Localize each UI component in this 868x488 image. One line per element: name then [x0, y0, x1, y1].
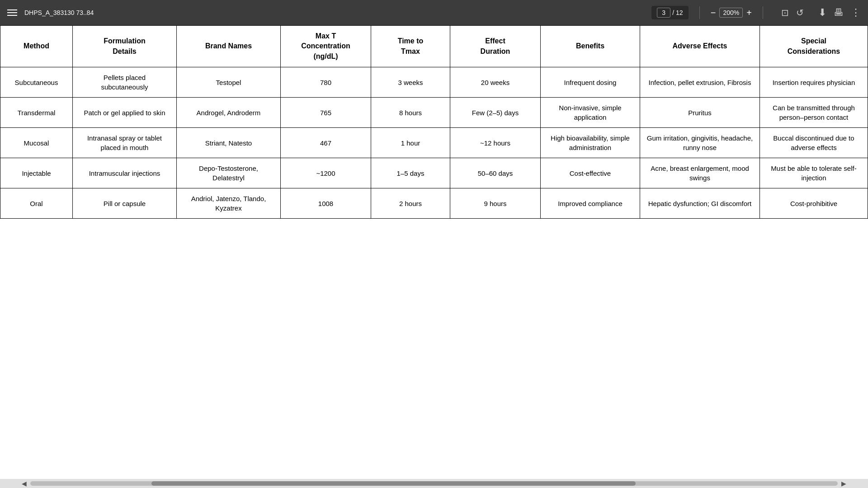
cell-method: Mucosal	[0, 128, 73, 158]
cell-duration: 9 hours	[450, 188, 541, 219]
data-table: Method FormulationDetails Brand Names Ma…	[0, 25, 868, 219]
cell-duration: Few (2–5) days	[450, 98, 541, 128]
scroll-left-arrow[interactable]: ◀	[18, 480, 30, 487]
cell-timetotmax: 8 hours	[371, 98, 450, 128]
document-page: Method FormulationDetails Brand Names Ma…	[0, 25, 868, 479]
menu-icon[interactable]	[7, 9, 17, 16]
cell-formulation: Pellets placed subcutaneously	[73, 67, 177, 98]
cell-benefits: High bioavailability, simple administrat…	[541, 128, 640, 158]
rotate-button[interactable]: ↺	[796, 7, 804, 18]
header-timetotmax: Time toTmax	[371, 26, 450, 67]
cell-method: Injectable	[0, 158, 73, 188]
cell-adverse: Pruritus	[640, 98, 760, 128]
header-brand: Brand Names	[177, 26, 281, 67]
page-current-input[interactable]	[657, 8, 670, 18]
divider-1	[699, 6, 700, 19]
content-area: Method FormulationDetails Brand Names Ma…	[0, 25, 868, 479]
zoom-controls: − +	[711, 8, 752, 18]
page-total: 12	[676, 9, 683, 16]
scrollbar-thumb[interactable]	[151, 481, 636, 486]
cell-timetotmax: 3 weeks	[371, 67, 450, 98]
cell-brand: Androgel, Androderm	[177, 98, 281, 128]
cell-special: Cost-prohibitive	[760, 188, 868, 219]
scroll-right-arrow[interactable]: ▶	[838, 480, 850, 487]
header-adverse: Adverse Effects	[640, 26, 760, 67]
cell-duration: 20 weeks	[450, 67, 541, 98]
table-row: OralPill or capsuleAndriol, Jatenzo, Tla…	[0, 188, 868, 219]
cell-maxt: 765	[281, 98, 371, 128]
header-special: SpecialConsiderations	[760, 26, 868, 67]
zoom-in-button[interactable]: +	[746, 8, 752, 18]
page-navigation: / 12	[651, 6, 688, 19]
cell-formulation: Patch or gel applied to skin	[73, 98, 177, 128]
zoom-input[interactable]	[719, 8, 743, 18]
cell-method: Subcutaneous	[0, 67, 73, 98]
cell-benefits: Cost-effective	[541, 158, 640, 188]
header-maxt: Max TConcentration(ng/dL)	[281, 26, 371, 67]
cell-formulation: Intranasal spray or tablet placed in mou…	[73, 128, 177, 158]
print-button[interactable]: 🖶	[834, 7, 844, 19]
table-row: TransdermalPatch or gel applied to skinA…	[0, 98, 868, 128]
cell-maxt: ~1200	[281, 158, 371, 188]
cell-benefits: Improved compliance	[541, 188, 640, 219]
cell-formulation: Pill or capsule	[73, 188, 177, 219]
cell-timetotmax: 1–5 days	[371, 158, 450, 188]
toolbar: DHPS_A_383130 73..84 / 12 − + ⊡ ↺ ⬇ 🖶 ⋮	[0, 0, 868, 25]
toolbar-right-actions: ⊡ ↺ ⬇ 🖶 ⋮	[781, 7, 861, 19]
cell-duration: 50–60 days	[450, 158, 541, 188]
cell-maxt: 1008	[281, 188, 371, 219]
cell-brand: Depo-Testosterone, Delatestryl	[177, 158, 281, 188]
cell-duration: ~12 hours	[450, 128, 541, 158]
cell-special: Insertion requires physician	[760, 67, 868, 98]
cell-special: Can be transmitted through person–person…	[760, 98, 868, 128]
cell-timetotmax: 1 hour	[371, 128, 450, 158]
table-row: SubcutaneousPellets placed subcutaneousl…	[0, 67, 868, 98]
more-options-button[interactable]: ⋮	[851, 7, 861, 19]
zoom-out-button[interactable]: −	[711, 8, 716, 18]
cell-maxt: 467	[281, 128, 371, 158]
cell-maxt: 780	[281, 67, 371, 98]
download-button[interactable]: ⬇	[818, 7, 826, 19]
cell-method: Transdermal	[0, 98, 73, 128]
page-separator: /	[672, 9, 674, 16]
cell-adverse: Infection, pellet extrusion, Fibrosis	[640, 67, 760, 98]
table-header-row: Method FormulationDetails Brand Names Ma…	[0, 26, 868, 67]
header-benefits: Benefits	[541, 26, 640, 67]
fit-page-button[interactable]: ⊡	[781, 7, 789, 18]
cell-special: Buccal discontinued due to adverse effec…	[760, 128, 868, 158]
cell-adverse: Acne, breast enlargement, mood swings	[640, 158, 760, 188]
scrollbar-track[interactable]	[30, 481, 838, 486]
cell-benefits: Non-invasive, simple application	[541, 98, 640, 128]
header-method: Method	[0, 26, 73, 67]
filename-label: DHPS_A_383130 73..84	[24, 9, 644, 16]
header-duration: EffectDuration	[450, 26, 541, 67]
cell-brand: Testopel	[177, 67, 281, 98]
page-indicator: / 12	[657, 8, 683, 18]
header-formulation: FormulationDetails	[73, 26, 177, 67]
cell-adverse: Gum irritation, gingivitis, headache, ru…	[640, 128, 760, 158]
table-row: InjectableIntramuscular injectionsDepo-T…	[0, 158, 868, 188]
cell-timetotmax: 2 hours	[371, 188, 450, 219]
divider-2	[763, 6, 763, 19]
cell-method: Oral	[0, 188, 73, 219]
horizontal-scrollbar[interactable]: ◀ ▶	[0, 479, 868, 488]
table-row: MucosalIntranasal spray or tablet placed…	[0, 128, 868, 158]
cell-formulation: Intramuscular injections	[73, 158, 177, 188]
cell-adverse: Hepatic dysfunction; GI discomfort	[640, 188, 760, 219]
cell-brand: Striant, Natesto	[177, 128, 281, 158]
cell-benefits: Infrequent dosing	[541, 67, 640, 98]
cell-special: Must be able to tolerate self-injection	[760, 158, 868, 188]
cell-brand: Andriol, Jatenzo, Tlando, Kyzatrex	[177, 188, 281, 219]
